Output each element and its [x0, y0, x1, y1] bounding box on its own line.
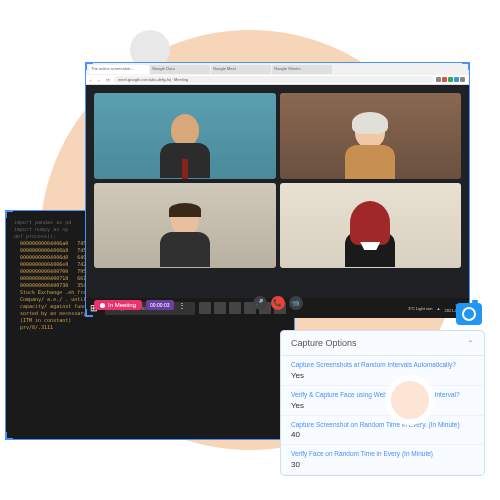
extension-icon[interactable] [442, 77, 447, 82]
meeting-timer: 00:00:03 [146, 300, 173, 310]
option-label: Capture Screenshot on Random Time in Eve… [291, 421, 474, 429]
participant-tile[interactable] [280, 183, 462, 269]
option-row: Verify & Capture Face using Webcam at Ra… [281, 386, 484, 416]
option-label: Verify & Capture Face using Webcam at Ra… [291, 391, 474, 399]
extension-icon[interactable] [448, 77, 453, 82]
extension-icon[interactable] [460, 77, 465, 82]
back-icon[interactable]: ‹ [90, 77, 96, 83]
panel-title: Capture Options [291, 338, 357, 348]
chevron-up-icon[interactable]: ⌃ [467, 339, 474, 348]
option-label: Capture Screenshots at Random Intervals … [291, 361, 474, 369]
taskbar-app-icon[interactable] [214, 302, 226, 314]
camera-icon [456, 303, 482, 325]
forward-icon[interactable]: › [98, 77, 104, 83]
address-bar: ‹ › ⟳ meet.google.com/abc-defg-hij · Mee… [86, 75, 469, 85]
tray-icon[interactable]: ▲ [437, 306, 441, 311]
weather-widget[interactable]: 3°C Light rain [408, 306, 432, 311]
camera-button[interactable]: 📹 [289, 296, 303, 310]
tab-strip: The online screenshot… Google Docs Googl… [86, 63, 469, 75]
menu-icon[interactable]: ⋮ [178, 301, 186, 310]
capture-options-panel: Capture Options ⌃ Capture Screenshots at… [280, 330, 485, 476]
terminal-line: (ITM in constant) [14, 317, 286, 324]
end-call-button[interactable]: 📞 [271, 296, 285, 310]
extensions [436, 77, 465, 82]
taskbar-app-icon[interactable] [199, 302, 211, 314]
option-row: Capture Screenshots at Random Intervals … [281, 356, 484, 386]
browser-window: The online screenshot… Google Docs Googl… [85, 62, 470, 317]
video-meeting: In Meeting 00:00:03 ⋮ 🎤 📞 📹 [86, 85, 469, 298]
option-label: Verify Face on Random Time in Every (In … [291, 450, 474, 458]
taskbar-app-icon[interactable] [229, 302, 241, 314]
option-row: Verify Face on Random Time in Every (In … [281, 445, 484, 475]
option-value[interactable]: 40 [291, 430, 474, 439]
mic-button[interactable]: 🎤 [253, 296, 267, 310]
option-row: Capture Screenshot on Random Time in Eve… [281, 416, 484, 446]
browser-tab[interactable]: Google Docs [150, 65, 210, 74]
participant-tile[interactable] [94, 183, 276, 269]
option-value[interactable]: Yes [291, 371, 474, 380]
option-value[interactable]: 30 [291, 460, 474, 469]
participant-tile[interactable] [94, 93, 276, 179]
extension-icon[interactable] [436, 77, 441, 82]
browser-tab[interactable]: Google Sheets [272, 65, 332, 74]
option-value[interactable]: Yes [291, 401, 474, 410]
reload-icon[interactable]: ⟳ [106, 77, 112, 83]
terminal-line: prv/8/.3111 [14, 324, 286, 331]
meeting-status-badge: In Meeting [94, 300, 142, 310]
browser-tab[interactable]: Google Meet [211, 65, 271, 74]
extension-icon[interactable] [454, 77, 459, 82]
url-field[interactable]: meet.google.com/abc-defg-hij · Meeting [114, 76, 434, 83]
participant-tile[interactable] [280, 93, 462, 179]
browser-tab[interactable]: The online screenshot… [89, 65, 149, 74]
